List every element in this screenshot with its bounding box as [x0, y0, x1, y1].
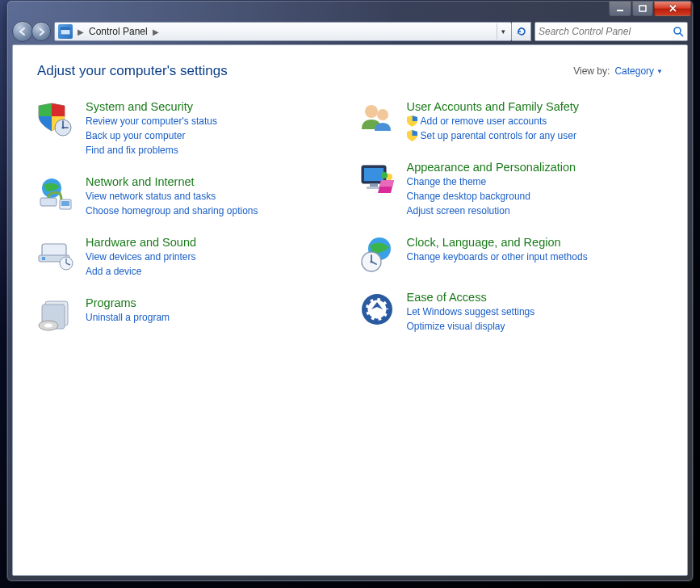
breadcrumb-history-dropdown[interactable]: ▾	[497, 23, 509, 40]
sublink[interactable]: Change keyboards or other input methods	[407, 250, 588, 264]
view-by-dropdown[interactable]: Category ▼	[614, 65, 663, 77]
clock-language-icon[interactable]	[358, 236, 396, 273]
control-panel-icon	[58, 24, 73, 39]
svg-rect-1	[639, 6, 646, 11]
svg-rect-14	[42, 257, 45, 260]
right-column: User Accounts and Family Safety Add or r…	[358, 100, 664, 351]
breadcrumb-sep-icon: ▶	[74, 27, 87, 36]
close-button[interactable]: ✕	[654, 2, 691, 16]
sublink[interactable]: Optimize visual display	[407, 319, 535, 334]
svg-point-27	[381, 172, 388, 178]
sublink[interactable]: Back up your computer	[86, 128, 217, 143]
svg-point-21	[377, 109, 388, 120]
uac-shield-icon	[407, 116, 417, 127]
system-security-icon[interactable]	[37, 100, 74, 137]
content-area: Adjust your computer's settings View by:…	[12, 44, 688, 576]
address-bar: ▶ Control Panel ▶ ▾	[7, 19, 693, 44]
search-box[interactable]	[534, 22, 688, 41]
appearance-icon[interactable]	[358, 161, 396, 198]
breadcrumb-sep-icon: ▶	[149, 27, 162, 36]
svg-point-19	[44, 324, 52, 328]
search-icon[interactable]	[673, 26, 684, 37]
sublink[interactable]: Change the theme	[407, 174, 576, 189]
breadcrumb-wrap: ▶ Control Panel ▶ ▾	[54, 22, 531, 41]
svg-point-7	[62, 127, 65, 129]
sublink[interactable]: Find and fix problems	[86, 143, 217, 158]
category-title[interactable]: Network and Internet	[86, 175, 258, 188]
left-column: System and Security Review your computer…	[37, 100, 342, 351]
explorer-window: ✕ ▶ Control Panel ▶ ▾	[6, 0, 694, 582]
maximize-button[interactable]	[632, 2, 653, 16]
sublink[interactable]: View devices and printers	[86, 250, 196, 264]
category-programs: Programs Uninstall a program	[37, 296, 342, 334]
category-title[interactable]: System and Security	[86, 100, 217, 113]
ease-of-access-icon[interactable]	[358, 291, 396, 328]
sublink[interactable]: Add a device	[86, 264, 196, 279]
view-by-label: View by:	[573, 65, 610, 77]
sublink[interactable]: Set up parental controls for any user	[407, 128, 580, 143]
category-title[interactable]: User Accounts and Family Safety	[407, 100, 580, 113]
svg-rect-25	[367, 187, 381, 189]
category-clock-language: Clock, Language, and Region Change keybo…	[358, 236, 664, 273]
sublink[interactable]: Change desktop background	[407, 189, 576, 204]
hardware-sound-icon[interactable]	[37, 236, 74, 273]
svg-rect-24	[370, 183, 378, 187]
category-title[interactable]: Hardware and Sound	[86, 236, 196, 249]
category-title[interactable]: Programs	[86, 296, 170, 309]
uac-shield-icon	[407, 130, 417, 141]
nav-buttons	[12, 21, 51, 42]
categories: System and Security Review your computer…	[37, 100, 663, 351]
svg-line-5	[680, 33, 683, 36]
breadcrumb-root[interactable]: Control Panel	[87, 26, 149, 37]
sublink[interactable]: Add or remove user accounts	[407, 114, 580, 128]
svg-point-20	[365, 105, 378, 118]
chevron-down-icon: ▼	[656, 68, 663, 75]
network-internet-icon[interactable]	[37, 175, 74, 212]
sublink[interactable]: View network status and tasks	[86, 189, 258, 204]
svg-point-30	[370, 260, 372, 262]
category-title[interactable]: Ease of Access	[407, 291, 535, 304]
category-ease-of-access: Ease of Access Let Windows suggest setti…	[358, 291, 664, 334]
back-button[interactable]	[12, 21, 33, 42]
sublink[interactable]: Choose homegroup and sharing options	[86, 204, 258, 218]
view-by-value: Category	[614, 65, 654, 77]
view-by: View by: Category ▼	[573, 65, 663, 77]
svg-rect-11	[61, 201, 69, 206]
category-system-security: System and Security Review your computer…	[37, 100, 342, 158]
sublink[interactable]: Uninstall a program	[86, 310, 170, 325]
refresh-button[interactable]	[512, 22, 531, 41]
user-accounts-icon[interactable]	[358, 100, 396, 137]
programs-icon[interactable]	[37, 296, 74, 334]
category-title[interactable]: Clock, Language, and Region	[407, 236, 588, 249]
sublink[interactable]: Let Windows suggest settings	[407, 304, 535, 319]
breadcrumb[interactable]: ▶ Control Panel ▶ ▾	[54, 22, 512, 41]
svg-rect-9	[40, 198, 57, 206]
titlebar: ✕	[7, 1, 693, 19]
minimize-button[interactable]	[609, 2, 631, 16]
svg-rect-0	[617, 10, 623, 11]
breadcrumb-end: ▾	[497, 23, 509, 40]
category-network-internet: Network and Internet View network status…	[37, 175, 342, 218]
page-title: Adjust your computer's settings	[37, 63, 228, 79]
forward-button[interactable]	[31, 22, 51, 41]
svg-rect-23	[364, 168, 384, 181]
sublink[interactable]: Review your computer's status	[86, 114, 217, 128]
search-input[interactable]	[539, 26, 673, 37]
category-appearance: Appearance and Personalization Change th…	[358, 161, 664, 218]
svg-rect-3	[61, 27, 70, 30]
category-user-accounts: User Accounts and Family Safety Add or r…	[358, 100, 664, 143]
category-title[interactable]: Appearance and Personalization	[407, 161, 576, 174]
top-row: Adjust your computer's settings View by:…	[37, 63, 663, 79]
sublink[interactable]: Adjust screen resolution	[407, 204, 576, 218]
category-hardware-sound: Hardware and Sound View devices and prin…	[37, 236, 342, 279]
